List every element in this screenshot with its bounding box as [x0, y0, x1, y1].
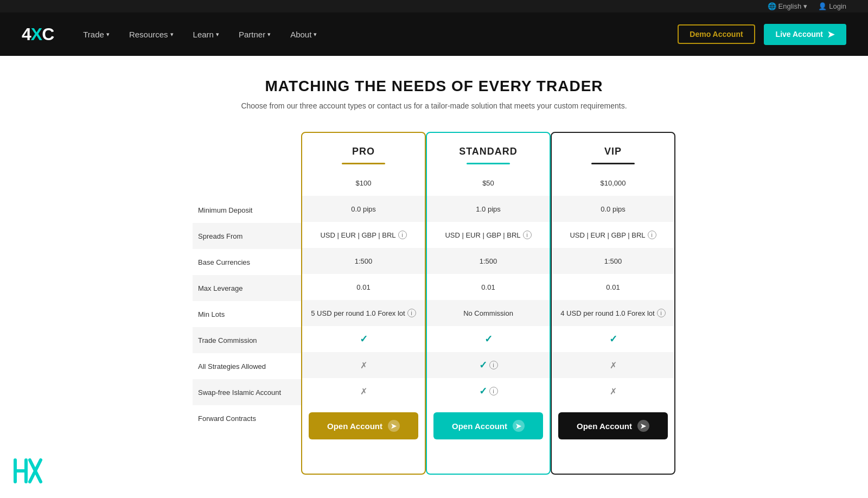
- vip-spreads: 0.0 pips: [552, 196, 674, 222]
- pro-btn-label: Open Account: [327, 422, 382, 431]
- check-icon: ✓: [479, 359, 487, 371]
- info-icon[interactable]: i: [489, 387, 498, 395]
- info-icon[interactable]: i: [407, 309, 416, 317]
- plan-vip-underline: [591, 163, 635, 164]
- pro-trade-commission: 5 USD per round 1.0 Forex lot i: [302, 300, 425, 326]
- language-label: English: [778, 2, 802, 10]
- info-icon[interactable]: i: [657, 309, 666, 317]
- demo-account-button[interactable]: Demo Account: [678, 24, 755, 44]
- standard-swap-free: ✓ i: [427, 352, 550, 378]
- arrow-circle-icon: ➤: [637, 420, 649, 432]
- user-icon: 👤: [818, 2, 827, 10]
- standard-base-currencies: USD | EUR | GBP | BRL i: [427, 222, 550, 248]
- standard-max-leverage: 1:500: [427, 248, 550, 274]
- arrow-circle-icon: ➤: [513, 420, 525, 432]
- nav-item-learn[interactable]: Learn ▾: [186, 25, 227, 43]
- vip-open-account-button[interactable]: Open Account ➤: [558, 412, 668, 439]
- logo[interactable]: 4XC: [22, 24, 54, 44]
- live-account-label: Live Account: [776, 30, 823, 39]
- footer-logo: [11, 455, 43, 487]
- chevron-down-icon: ▾: [267, 31, 271, 38]
- feature-max-leverage: Max Leverage: [193, 275, 301, 301]
- pro-swap-free: ✗: [302, 352, 425, 378]
- feature-trade-commission: Trade Commission: [193, 327, 301, 353]
- top-bar: 🌐 English ▾ 👤 Login: [0, 0, 868, 12]
- feature-btn-empty: [193, 431, 301, 475]
- nav-item-partner[interactable]: Partner ▾: [231, 25, 278, 43]
- comparison-table: Minimum Deposit Spreads From Base Curren…: [190, 132, 678, 475]
- info-icon[interactable]: i: [648, 231, 656, 239]
- vip-btn-cell: Open Account ➤: [552, 404, 674, 448]
- login-button[interactable]: 👤 Login: [818, 2, 846, 10]
- header-left: 4XC Trade ▾ Resources ▾ Learn ▾ Partner …: [22, 24, 324, 44]
- info-icon[interactable]: i: [523, 231, 532, 239]
- arrow-icon: ➤: [827, 29, 834, 40]
- pro-min-lots: 0.01: [302, 274, 425, 300]
- pro-max-leverage: 1:500: [302, 248, 425, 274]
- vip-all-strategies: ✓: [552, 326, 674, 352]
- plan-pro: PRO $100 0.0 pips USD | EUR | GBP | BRL …: [301, 132, 426, 475]
- standard-open-account-button[interactable]: Open Account ➤: [433, 412, 543, 439]
- plan-standard-title: STANDARD: [459, 146, 518, 157]
- nav-item-trade[interactable]: Trade ▾: [75, 25, 117, 43]
- plan-standard-header: STANDARD: [427, 133, 550, 170]
- main-nav: Trade ▾ Resources ▾ Learn ▾ Partner ▾ Ab…: [75, 25, 324, 43]
- main-header: 4XC Trade ▾ Resources ▾ Learn ▾ Partner …: [0, 12, 868, 56]
- chevron-down-icon: ▾: [314, 31, 317, 38]
- plan-vip: VIP $10,000 0.0 pips USD | EUR | GBP | B…: [551, 132, 675, 475]
- vip-swap-free: ✗: [552, 352, 674, 378]
- plan-standard-underline: [467, 163, 510, 164]
- check-icon: ✓: [479, 385, 487, 397]
- login-label: Login: [829, 2, 846, 10]
- cross-icon: ✗: [360, 386, 367, 397]
- vip-min-lots: 0.01: [552, 274, 674, 300]
- cross-icon: ✗: [610, 386, 617, 397]
- pro-base-currencies: USD | EUR | GBP | BRL i: [302, 222, 425, 248]
- standard-min-deposit: $50: [427, 170, 550, 196]
- feature-spreads-from: Spreads From: [193, 223, 301, 249]
- info-icon[interactable]: i: [489, 361, 498, 369]
- check-icon: ✓: [360, 333, 368, 345]
- check-icon: ✓: [484, 333, 493, 345]
- cross-icon: ✗: [360, 360, 367, 371]
- nav-label-learn: Learn: [193, 30, 214, 39]
- pro-all-strategies: ✓: [302, 326, 425, 352]
- standard-forward-contracts: ✓ i: [427, 378, 550, 404]
- plan-vip-header: VIP: [552, 133, 674, 170]
- standard-spreads: 1.0 pips: [427, 196, 550, 222]
- plan-vip-title: VIP: [604, 146, 622, 157]
- chevron-down-icon: ▾: [216, 31, 219, 38]
- globe-icon: 🌐: [768, 2, 776, 10]
- nav-item-resources[interactable]: Resources ▾: [122, 25, 181, 43]
- nav-label-partner: Partner: [239, 30, 265, 39]
- vip-max-leverage: 1:500: [552, 248, 674, 274]
- standard-btn-cell: Open Account ➤: [427, 404, 550, 448]
- info-icon[interactable]: i: [398, 231, 407, 239]
- page-title: MATCHING THE NEEDS OF EVERY TRADER: [11, 78, 857, 95]
- feature-swap-free: Swap-free Islamic Account: [193, 379, 301, 405]
- vip-base-currencies: USD | EUR | GBP | BRL i: [552, 222, 674, 248]
- feature-labels-column: Minimum Deposit Spreads From Base Curren…: [193, 132, 301, 475]
- chevron-down-icon: ▾: [106, 31, 110, 38]
- pro-btn-cell: Open Account ➤: [302, 404, 425, 448]
- live-account-button[interactable]: Live Account ➤: [764, 24, 846, 45]
- feature-forward-contracts: Forward Contracts: [193, 405, 301, 431]
- pro-spreads: 0.0 pips: [302, 196, 425, 222]
- cross-icon: ✗: [610, 360, 617, 371]
- language-selector[interactable]: 🌐 English ▾: [768, 2, 808, 10]
- plan-standard: STANDARD $50 1.0 pips USD | EUR | GBP | …: [426, 132, 551, 475]
- plan-pro-title: PRO: [352, 146, 375, 157]
- pro-min-deposit: $100: [302, 170, 425, 196]
- standard-all-strategies: ✓: [427, 326, 550, 352]
- check-icon: ✓: [609, 333, 617, 345]
- nav-label-resources: Resources: [129, 30, 168, 39]
- nav-item-about[interactable]: About ▾: [283, 25, 324, 43]
- pro-open-account-button[interactable]: Open Account ➤: [309, 412, 418, 439]
- feature-all-strategies: All Strategies Allowed: [193, 353, 301, 379]
- feature-header-empty: [193, 132, 301, 197]
- main-content: MATCHING THE NEEDS OF EVERY TRADER Choos…: [0, 56, 868, 498]
- vip-trade-commission: 4 USD per round 1.0 Forex lot i: [552, 300, 674, 326]
- plan-pro-header: PRO: [302, 133, 425, 170]
- vip-btn-label: Open Account: [577, 422, 632, 431]
- nav-label-about: About: [290, 30, 311, 39]
